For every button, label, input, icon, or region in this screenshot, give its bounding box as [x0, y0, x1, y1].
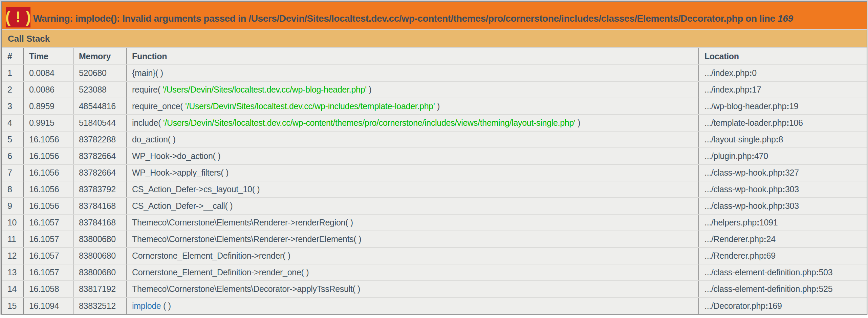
function-name: include(	[132, 118, 163, 127]
stack-number-cell: 12	[2, 247, 23, 264]
location-colon: :	[816, 267, 819, 277]
stack-time-cell: 0.8959	[23, 98, 73, 115]
location-line: 106	[789, 118, 803, 127]
location-line: 327	[785, 168, 799, 177]
function-name: ( )	[161, 301, 171, 311]
stack-function-cell: CS_Action_Defer->cs_layout_10( )	[126, 181, 699, 198]
stack-memory-cell: 83782664	[73, 148, 126, 164]
function-name: )	[576, 118, 581, 127]
function-name: Themeco\Cornerstone\Elements\Renderer->r…	[132, 234, 361, 244]
function-name: do_action( )	[132, 135, 175, 144]
stack-memory-cell: 83800680	[73, 264, 126, 281]
location-line: 0	[752, 68, 757, 78]
stack-memory-cell: 83832512	[73, 297, 126, 314]
stack-function-cell: include( '/Users/Devin/Sites/localtest.d…	[126, 115, 699, 131]
php-warning-banner: ( ! ) Warning: implode(): Invalid argume…	[2, 2, 867, 29]
stack-number-cell: 5	[2, 131, 23, 148]
location-file: .../helpers.php	[704, 218, 757, 227]
stack-function-cell: CS_Action_Defer->__call( )	[126, 198, 699, 214]
function-argument-path: '/Users/Devin/Sites/localtest.dev.cc/wp-…	[185, 101, 435, 111]
location-colon: :	[782, 168, 785, 177]
location-file: .../index.php	[704, 85, 749, 94]
stack-location-cell: .../layout-single.php:8	[699, 131, 867, 148]
location-line: 470	[754, 151, 768, 161]
stack-memory-cell: 83782288	[73, 131, 126, 148]
warning-message-text: Warning: implode(): Invalid arguments pa…	[33, 13, 775, 24]
stack-location-cell: .../index.php:17	[699, 81, 867, 98]
stack-time-cell: 16.1056	[23, 148, 73, 164]
stack-time-cell: 16.1056	[23, 131, 73, 148]
stack-memory-cell: 523088	[73, 81, 126, 98]
stack-memory-cell: 51840544	[73, 115, 126, 131]
stack-number-cell: 13	[2, 264, 23, 281]
function-name: Themeco\Cornerstone\Elements\Decorator->…	[132, 284, 360, 294]
stack-location-cell: .../template-loader.php:106	[699, 115, 867, 131]
location-line: 8	[779, 135, 783, 144]
function-name: WP_Hook->do_action( )	[132, 151, 220, 161]
stack-number-cell: 8	[2, 181, 23, 198]
stack-row: 516.105683782288do_action( ).../layout-s…	[2, 131, 867, 148]
stack-memory-cell: 83817192	[73, 281, 126, 297]
stack-row: 40.991551840544include( '/Users/Devin/Si…	[2, 115, 867, 131]
function-name: CS_Action_Defer->__call( )	[132, 201, 233, 211]
stack-row: 816.105683783792CS_Action_Defer->cs_layo…	[2, 181, 867, 198]
location-colon: :	[816, 284, 819, 294]
stack-memory-cell: 83782664	[73, 164, 126, 181]
stack-memory-cell: 83784168	[73, 214, 126, 231]
stack-location-cell: .../class-element-definition.php:525	[699, 281, 867, 297]
stack-row: 1516.109483832512implode ( ).../Decorato…	[2, 297, 867, 314]
stack-number-cell: 11	[2, 231, 23, 247]
location-file: .../index.php	[704, 68, 749, 78]
function-name: require_once(	[132, 101, 185, 111]
stack-time-cell: 16.1056	[23, 164, 73, 181]
function-doc-link[interactable]: implode	[132, 301, 161, 311]
stack-time-cell: 16.1058	[23, 281, 73, 297]
stack-row: 10.0084520680{main}( ).../index.php:0	[2, 65, 867, 81]
location-line: 525	[819, 284, 833, 294]
stack-location-cell: .../index.php:0	[699, 65, 867, 81]
page: ( ! ) Warning: implode(): Invalid argume…	[0, 0, 868, 315]
location-colon: :	[782, 201, 785, 211]
location-line: 503	[819, 267, 833, 277]
stack-function-cell: {main}( )	[126, 65, 699, 81]
stack-location-cell: .../class-element-definition.php:503	[699, 264, 867, 281]
function-name: )	[367, 85, 372, 94]
location-file: .../Renderer.php	[704, 234, 764, 244]
stack-time-cell: 16.1057	[23, 214, 73, 231]
location-file: .../wp-blog-header.php	[704, 101, 786, 111]
stack-row: 1116.105783800680Themeco\Cornerstone\Ele…	[2, 231, 867, 247]
stack-time-cell: 16.1056	[23, 198, 73, 214]
stack-function-cell: Cornerstone_Element_Definition->render( …	[126, 247, 699, 264]
location-line: 169	[768, 301, 782, 311]
location-file: .../template-loader.php	[704, 118, 786, 127]
location-line: 303	[785, 201, 799, 211]
stack-memory-cell: 48544816	[73, 98, 126, 115]
stack-location-cell: .../plugin.php:470	[699, 148, 867, 164]
warning-icon: ( ! )	[6, 7, 30, 27]
location-line: 17	[752, 85, 761, 94]
location-file: .../class-element-definition.php	[704, 267, 816, 277]
location-colon: :	[782, 184, 785, 194]
stack-location-cell: .../helpers.php:1091	[699, 214, 867, 231]
function-argument-path: '/Users/Devin/Sites/localtest.dev.cc/wp-…	[162, 85, 366, 94]
call-stack-title: Call Stack	[8, 34, 50, 44]
warning-message: Warning: implode(): Invalid arguments pa…	[33, 13, 793, 24]
stack-function-cell: require_once( '/Users/Devin/Sites/localt…	[126, 98, 699, 115]
stack-number-cell: 3	[2, 98, 23, 115]
stack-location-cell: .../class-wp-hook.php:303	[699, 181, 867, 198]
stack-location-cell: .../wp-blog-header.php:19	[699, 98, 867, 115]
stack-time-cell: 16.1057	[23, 264, 73, 281]
stack-function-cell: do_action( )	[126, 131, 699, 148]
stack-number-cell: 6	[2, 148, 23, 164]
stack-number-cell: 10	[2, 214, 23, 231]
function-name: require(	[132, 85, 162, 94]
column-header-function: Function	[126, 48, 699, 65]
stack-number-cell: 1	[2, 65, 23, 81]
stack-row: 1216.105783800680Cornerstone_Element_Def…	[2, 247, 867, 264]
stack-row: 30.895948544816require_once( '/Users/Dev…	[2, 98, 867, 115]
stack-location-cell: .../Renderer.php:24	[699, 231, 867, 247]
location-colon: :	[786, 118, 789, 127]
location-line: 1091	[759, 218, 778, 227]
stack-row: 916.105683784168CS_Action_Defer->__call(…	[2, 198, 867, 214]
location-file: .../class-wp-hook.php	[704, 201, 782, 211]
